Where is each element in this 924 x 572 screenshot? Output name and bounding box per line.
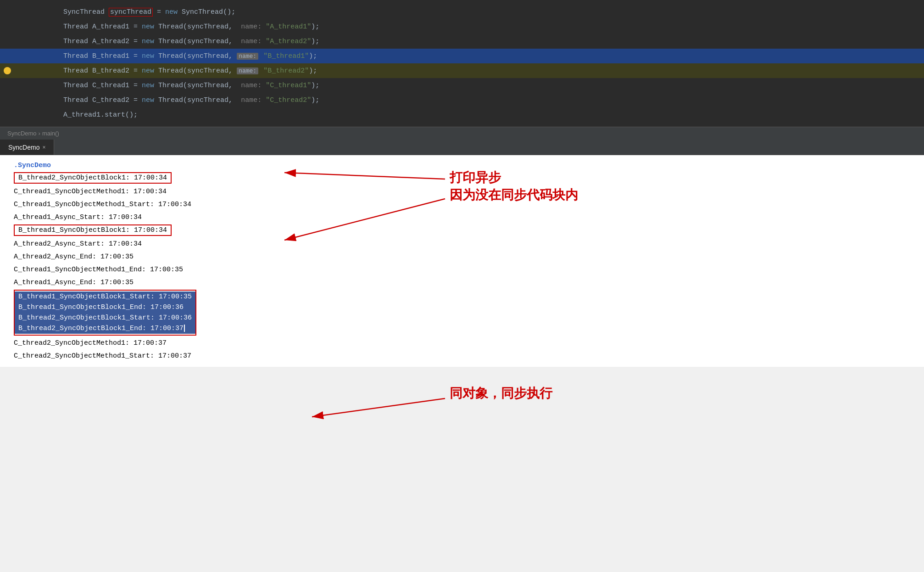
code-line-8: A_thread1.start(); (0, 107, 924, 122)
svg-line-3 (312, 398, 445, 417)
code-text: Thread C_thread2 = new Thread(syncThread… (14, 96, 319, 104)
tab-label: SyncDemo (8, 144, 39, 151)
output-header[interactable]: .SyncDemo (0, 160, 924, 171)
breakpoint-dot (4, 67, 11, 74)
output-line-3: C_thread1_SyncObjectMethod1_Start: 17:00… (0, 198, 924, 211)
output-line-1: B_thread2_SyncObjectBlock1: 17:00:34 (0, 171, 924, 185)
output-lines-selected-container: B_thread1_SyncObjectBlock1_Start: 17:00:… (0, 289, 924, 336)
output-line-10: B_thread1_SyncObjectBlock1_Start: 17:00:… (15, 292, 195, 302)
output-line-4: A_thread1_Async_Start: 17:00:34 (0, 211, 924, 224)
output-line-13: B_thread2_SyncObjectBlock1_End: 17:00:37 (15, 323, 195, 334)
code-text: Thread A_thread2 = new Thread(syncThread… (14, 38, 319, 45)
output-line-6: A_thread2_Async_Start: 17:00:34 (0, 237, 924, 250)
output-line-7: A_thread2_Async_End: 17:00:35 (0, 250, 924, 263)
text-cursor (184, 325, 185, 332)
output-line-5: B_thread1_SyncObjectBlock1: 17:00:34 (0, 224, 924, 237)
code-line-2: Thread A_thread1 = new Thread(syncThread… (0, 19, 924, 34)
output-line-11: B_thread1_SyncObjectBlock1_End: 17:00:36 (15, 302, 195, 313)
breadcrumb: SyncDemo › main() (0, 127, 924, 140)
code-line-5: Thread B_thread2 = new Thread(syncThread… (0, 63, 924, 78)
code-line-1: SyncThread syncThread = new SyncThread()… (0, 5, 924, 19)
output-line-12: B_thread2_SyncObjectBlock1_Start: 17:00:… (15, 313, 195, 323)
main-container: SyncThread syncThread = new SyncThread()… (0, 0, 924, 572)
code-line-4: Thread B_thread1 = new Thread(syncThread… (0, 49, 924, 63)
code-editor: SyncThread syncThread = new SyncThread()… (0, 0, 924, 127)
annotation-label-3: 同对象，同步执行 (450, 385, 552, 402)
tab-syncdemo[interactable]: SyncDemo × (0, 140, 54, 155)
code-text: Thread B_thread1 = new Thread(syncThread… (14, 52, 317, 60)
tab-bar: SyncDemo × (0, 140, 924, 155)
output-line-9: A_thread1_Async_End: 17:00:35 (0, 276, 924, 289)
code-line-7: Thread C_thread2 = new Thread(syncThread… (0, 93, 924, 107)
code-text: Thread A_thread1 = new Thread(syncThread… (14, 23, 319, 31)
code-line-6: Thread C_thread1 = new Thread(syncThread… (0, 78, 924, 93)
code-text: SyncThread syncThread = new SyncThread()… (14, 8, 235, 17)
output-text-1: B_thread2_SyncObjectBlock1: 17:00:34 (14, 172, 172, 184)
tab-close-icon[interactable]: × (42, 144, 45, 151)
code-text: Thread C_thread1 = new Thread(syncThread… (14, 82, 319, 90)
output-line-2: C_thread1_SyncObjectMethod1: 17:00:34 (0, 185, 924, 198)
output-line-14: C_thread2_SyncObjectMethod1: 17:00:37 (0, 336, 924, 349)
output-text-5: B_thread1_SyncObjectBlock1: 17:00:34 (14, 224, 172, 236)
output-line-15: C_thread2_SyncObjectMethod1_Start: 17:00… (0, 349, 924, 362)
code-line-3: Thread A_thread2 = new Thread(syncThread… (0, 34, 924, 49)
code-text: A_thread1.start(); (14, 111, 138, 119)
breadcrumb-method: main() (42, 130, 59, 137)
output-selected-box: B_thread1_SyncObjectBlock1_Start: 17:00:… (14, 290, 196, 336)
code-text: Thread B_thread2 = new Thread(syncThread… (14, 67, 317, 75)
output-panel: .SyncDemo B_thread2_SyncObjectBlock1: 17… (0, 155, 924, 367)
output-line-8: C_thread1_SyncObjectMethod1_End: 17:00:3… (0, 263, 924, 276)
breadcrumb-class: SyncDemo (7, 130, 37, 137)
